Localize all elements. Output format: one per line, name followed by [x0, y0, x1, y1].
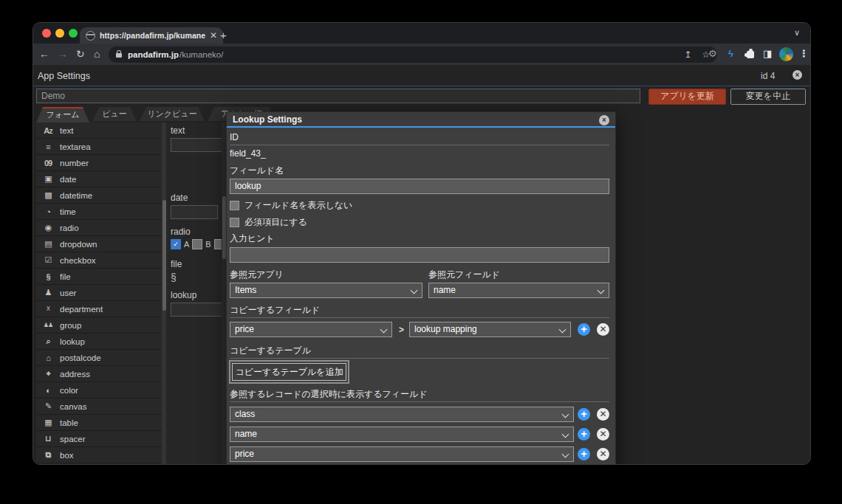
sidebar-item-time[interactable]: ◔time	[36, 204, 162, 220]
new-tab-button[interactable]: +	[220, 28, 227, 43]
people-icon: ♟♟	[42, 322, 54, 328]
sidebar-item-canvas[interactable]: ✎canvas	[36, 398, 162, 415]
sidebar-scrollbar-thumb[interactable]	[162, 200, 166, 311]
back-icon[interactable]: ←	[39, 47, 49, 61]
header-divider	[33, 86, 810, 86]
sidebar-item-user[interactable]: ♟user	[36, 285, 162, 301]
tab-list-chevron-icon[interactable]: ∨	[794, 28, 800, 38]
add-copy-field-button[interactable]: +	[578, 323, 590, 336]
tab-close-icon[interactable]: ✕	[210, 30, 217, 41]
copy-from-select[interactable]: price	[230, 322, 392, 337]
sidebar-item-lookup[interactable]: ⌕lookup	[36, 334, 162, 350]
sidebar-item-date[interactable]: ▣date	[36, 171, 162, 187]
lookup-settings-modal: Lookup Settings × ID field_43_ フィールド名 lo…	[226, 111, 616, 465]
preview-scrollbar-thumb[interactable]	[222, 196, 226, 259]
modal-close-icon[interactable]: ×	[599, 115, 609, 125]
sidebar-item-table[interactable]: ▦table	[36, 415, 162, 431]
gear-extension-icon[interactable]: ⚙	[708, 48, 717, 59]
preview-radio-label: radio	[171, 227, 226, 237]
checkbox-icon: ☑	[42, 255, 54, 265]
remove-display-field-button[interactable]: ✕	[597, 448, 609, 460]
copy-fields-label: コピーするフィールド	[230, 305, 609, 318]
sidebar-item-textarea[interactable]: ≡textarea	[36, 139, 162, 155]
tab-view[interactable]: ビュー	[92, 107, 137, 121]
sidebar-item-spacer[interactable]: ⊔spacer	[36, 431, 162, 447]
address-bar[interactable]: pandafirm.jp /kumaneko/ ↥ ☆	[109, 46, 717, 63]
sidebar-item-checkbox[interactable]: ☑checkbox	[36, 252, 162, 269]
required-label: 必須項目にする	[244, 216, 307, 229]
field-close-icon[interactable]: ×	[793, 70, 802, 80]
sidebar-item-postalcode[interactable]: ⌂postalcode	[36, 350, 162, 366]
clock-icon: ◔	[42, 207, 54, 216]
sidebar-item-file[interactable]: §file	[36, 269, 162, 285]
discard-changes-button[interactable]: 変更を中止	[730, 89, 806, 105]
preview-text-input[interactable]	[171, 138, 226, 152]
chevron-down-icon	[562, 430, 569, 438]
number-icon: 09	[42, 159, 54, 168]
preview-date-input[interactable]	[171, 205, 218, 219]
add-display-field-button[interactable]: +	[578, 448, 590, 460]
sidebar-item-group[interactable]: ♟♟group	[36, 317, 162, 334]
app-name-input[interactable]: Demo	[36, 89, 640, 103]
remove-copy-field-button[interactable]: ✕	[597, 323, 609, 336]
copy-to-select[interactable]: lookup mapping	[409, 322, 571, 337]
spacer-icon: ⊔	[42, 434, 54, 443]
url-host: pandafirm.jp	[128, 50, 179, 59]
id-value: field_43_	[230, 148, 609, 159]
browser-tab[interactable]: https://pandafirm.jp/kumaneko ✕	[80, 27, 223, 44]
source-field-select[interactable]: name	[428, 283, 609, 298]
sidebar-item-datetime[interactable]: ▩datetime	[36, 187, 162, 204]
zoom-window-button[interactable]	[69, 29, 78, 38]
user-icon: ♟	[42, 288, 54, 297]
sidebar-item-box[interactable]: ⧉box	[36, 447, 162, 463]
remove-display-field-button[interactable]: ✕	[597, 428, 609, 441]
page-title: App Settings	[38, 71, 90, 81]
display-field-select[interactable]: class	[230, 407, 574, 422]
extensions-puzzle-icon[interactable]	[747, 51, 754, 58]
remove-display-field-button[interactable]: ✕	[597, 408, 609, 421]
chevron-down-icon	[562, 410, 569, 418]
lightning-extension-icon[interactable]: ϟ	[728, 48, 733, 59]
display-field-select[interactable]: price	[230, 446, 574, 462]
share-icon[interactable]: ↥	[684, 49, 691, 60]
reload-icon[interactable]: ↻	[76, 47, 85, 61]
add-copy-table-button[interactable]: コピーするテーブルを追加	[232, 363, 346, 381]
hide-field-name-checkbox[interactable]	[230, 201, 239, 210]
pencil-icon: ✎	[42, 401, 54, 411]
sidebar-item-text[interactable]: Aztext	[36, 122, 162, 139]
update-app-button[interactable]: アプリを更新	[648, 89, 726, 105]
preview-paperclip-icon[interactable]: §	[171, 272, 226, 283]
sidebar-item-address[interactable]: ⌖address	[36, 366, 162, 382]
close-window-button[interactable]	[42, 29, 51, 38]
tab-form[interactable]: フォーム	[36, 107, 89, 122]
sidebar-item-department[interactable]: ☓department	[36, 301, 162, 317]
hint-label: 入力ヒント	[230, 233, 609, 244]
add-display-field-button[interactable]: +	[578, 408, 590, 421]
display-fields-label: 参照するレコードの選択時に表示するフィールド	[230, 389, 609, 402]
forward-icon[interactable]: →	[58, 47, 68, 61]
sidebar-item-dropdown[interactable]: ▤dropdown	[36, 236, 162, 252]
hide-field-name-label: フィールド名を表示しない	[244, 199, 352, 212]
hint-input[interactable]	[230, 247, 609, 263]
preview-radio-b-checkbox[interactable]	[192, 239, 202, 249]
source-app-select[interactable]: Items	[230, 283, 422, 298]
field-name-label: フィールド名	[230, 165, 609, 176]
field-name-input[interactable]: lookup	[230, 179, 609, 194]
kebab-menu-icon[interactable]: ⋮	[799, 48, 809, 59]
sidebar-item-number[interactable]: 09number	[36, 155, 162, 171]
tab-linkview[interactable]: リンクビュー	[140, 107, 205, 121]
sidebar-item-radio[interactable]: ◉radio	[36, 220, 162, 236]
preview-file-label: file	[171, 259, 226, 269]
browser-window: https://pandafirm.jp/kumaneko ✕ + ∨ ← → …	[32, 22, 811, 465]
required-checkbox[interactable]	[230, 218, 239, 227]
display-field-select[interactable]: name	[230, 427, 574, 442]
sidebar-item-color[interactable]: ◐color	[36, 382, 162, 398]
preview-lookup-input[interactable]	[171, 303, 226, 317]
chevron-down-icon	[559, 325, 567, 333]
profile-avatar[interactable]	[779, 47, 793, 61]
home-icon[interactable]: ⌂	[94, 47, 100, 61]
add-display-field-button[interactable]: +	[578, 428, 590, 441]
side-panel-icon[interactable]: ◨	[763, 48, 772, 59]
minimize-window-button[interactable]	[55, 29, 64, 38]
preview-radio-a-checkbox[interactable]: ✓	[171, 239, 181, 249]
